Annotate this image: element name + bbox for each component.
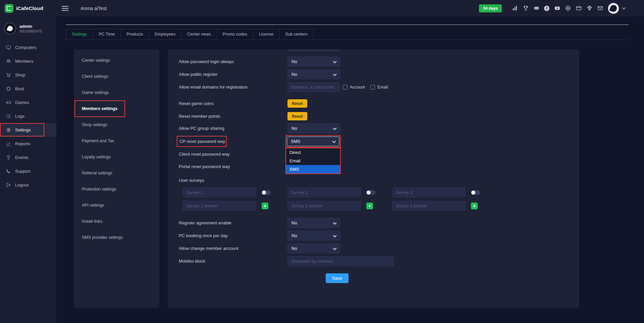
field-label: Allow PC group sharing — [179, 126, 287, 131]
register-agreement-select[interactable]: No — [287, 218, 340, 228]
email-checkbox[interactable] — [370, 85, 375, 90]
profile-avatar[interactable] — [4, 22, 16, 35]
chart-icon — [6, 141, 11, 146]
discord-icon[interactable] — [533, 5, 539, 11]
sidebar-item-label: Members — [15, 59, 33, 64]
sidebar-item-boot[interactable]: Boot — [0, 82, 56, 96]
allow-public-register-select[interactable]: No — [287, 69, 340, 79]
nav-item-label: API settings — [82, 203, 104, 208]
sidebar-item-settings[interactable]: Settings — [0, 123, 56, 137]
tab-settings[interactable]: Settings — [66, 29, 93, 40]
survey-3-answer-input[interactable] — [392, 201, 466, 211]
user-avatar[interactable] — [608, 3, 619, 14]
chip-icon — [6, 86, 11, 91]
settings-nav-api-settings[interactable]: API settings — [74, 197, 159, 213]
save-button[interactable]: Save — [326, 273, 348, 283]
form-row-survey-questions — [168, 187, 579, 197]
email-domains-input[interactable] — [287, 82, 340, 92]
gem-icon[interactable] — [586, 5, 592, 11]
tab-products[interactable]: Products — [120, 29, 149, 40]
allow-pc-group-sharing-select[interactable]: No — [287, 123, 340, 133]
survey-1-answer-input[interactable] — [183, 201, 256, 211]
settings-nav-payment-and-tax[interactable]: Payment and Tax — [74, 133, 159, 149]
settings-nav-protection-settings[interactable]: Protection settings — [74, 181, 159, 197]
card-icon[interactable] — [576, 5, 582, 11]
cp-reset-password-way-select[interactable]: SMS — [287, 137, 339, 146]
dropdown-option-email[interactable]: Email — [286, 157, 340, 165]
survey-2-toggle[interactable] — [366, 190, 375, 195]
form-row-allow-password-login: Allow password login always No — [179, 57, 579, 66]
allow-password-login-select[interactable]: No — [287, 57, 340, 66]
sidebar-item-games[interactable]: Games — [0, 96, 56, 109]
mail-icon[interactable] — [597, 5, 603, 11]
survey-3-input[interactable] — [392, 187, 466, 197]
reset-game-coins-button[interactable]: Reset — [287, 99, 307, 108]
select-value: No — [291, 59, 297, 64]
sidebar-item-computers[interactable]: Computers — [0, 41, 56, 54]
sidebar-item-logout[interactable]: Logout — [0, 178, 56, 192]
account-checkbox[interactable] — [343, 85, 347, 90]
survey-3-toggle[interactable] — [471, 190, 480, 195]
allow-change-member-account-select[interactable]: No — [287, 244, 340, 253]
new-member-offer-select[interactable] — [287, 49, 340, 51]
mobiles-block-input[interactable] — [287, 256, 394, 266]
field-label: Allow change member account — [179, 246, 287, 251]
chevron-down-icon[interactable] — [622, 6, 626, 9]
survey-2-add-button[interactable]: + — [366, 203, 373, 209]
settings-nav-game-settings[interactable]: Game settings — [74, 85, 159, 101]
sidebar-item-label: Boot — [15, 86, 24, 91]
youtube-icon[interactable] — [554, 5, 560, 11]
field-label: Reset game coins — [179, 101, 287, 106]
tab-center-news[interactable]: Center news — [181, 29, 217, 40]
survey-3-answer-column: + — [392, 201, 478, 211]
tab-sub-centers[interactable]: Sub centers — [279, 29, 314, 40]
sidebar-item-shop[interactable]: Shop — [0, 68, 56, 82]
survey-1-toggle[interactable] — [262, 190, 271, 195]
pc-booking-select[interactable]: No — [287, 231, 340, 240]
settings-nav-referral-settings[interactable]: Referral settings — [74, 165, 159, 181]
divider-line — [66, 24, 629, 25]
icafecloud-logo[interactable]: iCafeCloud — [0, 4, 56, 13]
tab-pc-time[interactable]: PC Time — [93, 29, 121, 40]
account-checkbox-label: Account — [350, 85, 365, 90]
dropdown-option-direct[interactable]: Direct — [286, 148, 340, 157]
tab-employees[interactable]: Employees — [149, 29, 181, 40]
select-value: No — [291, 233, 297, 238]
select-value: SMS — [291, 139, 300, 144]
days-badge[interactable]: 34 days — [479, 4, 502, 12]
settings-nav-client-settings[interactable]: Client settings — [74, 68, 159, 85]
tab-promo-codes[interactable]: Promo codes — [216, 29, 253, 40]
survey-2-answer-input[interactable] — [287, 201, 361, 211]
hamburger-menu-icon[interactable] — [62, 5, 68, 12]
settings-nav-install-links[interactable]: Install links — [74, 213, 159, 229]
trophy-icon — [6, 155, 11, 160]
trophy-icon[interactable] — [523, 5, 529, 11]
survey-1-add-button[interactable]: + — [262, 203, 268, 209]
settings-nav-sms-provider-settings[interactable]: SMS provider settings — [74, 229, 159, 246]
survey-3-column — [392, 187, 480, 197]
sidebar-item-reports[interactable]: Reports — [0, 137, 56, 151]
sidebar-item-label: Events — [15, 155, 29, 160]
settings-nav-members-settings[interactable]: Members settings — [74, 101, 159, 117]
sidebar-item-label: Settings — [15, 127, 31, 132]
sidebar-item-logs[interactable]: Logs — [0, 109, 56, 123]
tab-license[interactable]: License — [253, 29, 279, 40]
facebook-icon[interactable] — [544, 6, 549, 11]
survey-1-input[interactable] — [183, 187, 256, 197]
sidebar-item-support[interactable]: Support — [0, 164, 56, 178]
gamepad-icon — [6, 100, 11, 105]
settings-nav-center-settings[interactable]: Center settings — [74, 52, 159, 68]
settings-nav-shop-settings[interactable]: Shop settings — [74, 117, 159, 133]
reset-member-points-button[interactable]: Reset — [287, 112, 307, 120]
sidebar-item-members[interactable]: Members — [0, 54, 56, 68]
form-row-email-domains: Allow email domains for registration Acc… — [179, 82, 579, 92]
settings-nav-loyalty-settings[interactable]: Loyalty settings — [74, 149, 159, 165]
survey-2-input[interactable] — [287, 187, 361, 197]
logout-icon — [6, 182, 11, 187]
dropdown-option-sms[interactable]: SMS — [286, 165, 340, 173]
sidebar-item-events[interactable]: Events — [0, 151, 56, 164]
survey-3-add-button[interactable]: + — [471, 203, 478, 209]
stats-icon[interactable] — [512, 5, 518, 11]
globe-icon[interactable] — [565, 5, 571, 11]
form-row-pc-booking: PC booking once per day No — [179, 231, 579, 240]
